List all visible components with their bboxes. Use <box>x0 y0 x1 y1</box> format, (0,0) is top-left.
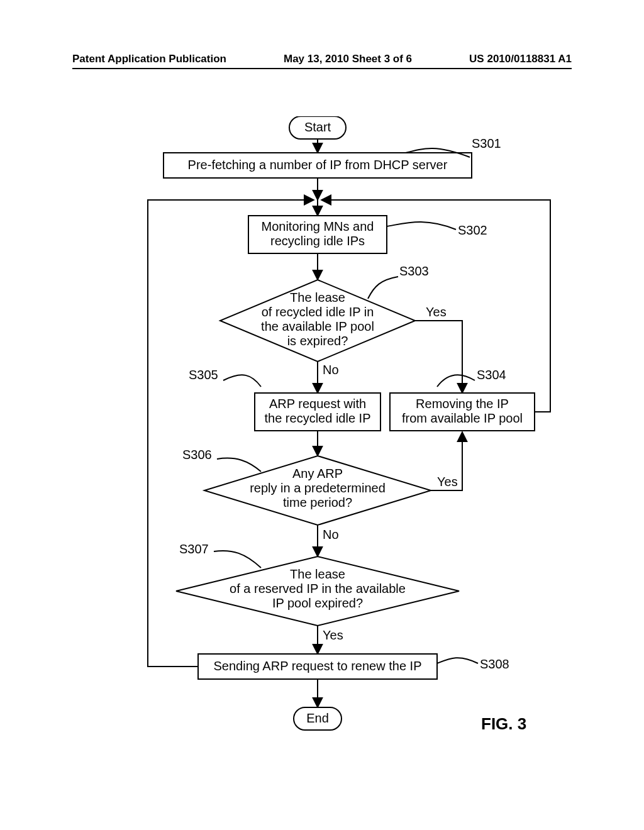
s301-text: Pre-fetching a number of IP from DHCP se… <box>188 158 448 172</box>
s304-ref: S304 <box>477 368 506 382</box>
s305-ref: S305 <box>189 368 218 382</box>
s304-t1: Removing the IP <box>416 397 509 411</box>
s307-t3: IP pool expired? <box>272 596 363 610</box>
end-text: End <box>306 711 329 725</box>
s305-t1: ARP request with <box>269 397 366 411</box>
header-center: May 13, 2010 Sheet 3 of 6 <box>284 53 412 65</box>
s303-t2: of recycled idle IP in <box>262 305 374 319</box>
s306-leader <box>217 458 261 472</box>
s306-t1: Any ARP <box>292 467 343 480</box>
s303-ref: S303 <box>399 264 429 278</box>
s308-ref: S308 <box>480 657 509 671</box>
s302-leader <box>387 222 456 230</box>
s302-text1: Monitoring MNs and <box>262 219 374 233</box>
s303-t3: the available IP pool <box>261 319 374 333</box>
s305-t2: the recycled idle IP <box>265 411 371 425</box>
s308-text: Sending ARP request to renew the IP <box>214 659 422 673</box>
figure-label: FIG. 3 <box>481 714 526 733</box>
s302-text2: recycling idle IPs <box>270 234 365 248</box>
s302-ref: S302 <box>458 223 487 237</box>
s305-leader <box>223 375 261 387</box>
s303-no: No <box>323 363 339 377</box>
s303-yes: Yes <box>426 305 447 319</box>
s308-leader <box>437 658 478 663</box>
s307-yes: Yes <box>323 628 343 642</box>
s306-yes: Yes <box>437 475 458 489</box>
s306-t2: reply in a predetermined <box>250 481 386 495</box>
header-rule <box>72 68 572 69</box>
header-left: Patent Application Publication <box>72 53 226 65</box>
s307-leader <box>214 551 261 568</box>
s304-leader <box>437 375 475 387</box>
s301-ref: S301 <box>472 136 501 150</box>
header-right: US 2010/0118831 A1 <box>469 53 572 65</box>
arrow-s303-yes <box>415 321 462 393</box>
s306-no: No <box>323 528 339 541</box>
s307-t2: of a reserved IP in the available <box>230 582 406 595</box>
s307-t1: The lease <box>290 567 345 581</box>
s306-ref: S306 <box>182 448 212 462</box>
s303-t4: is expired? <box>287 334 348 348</box>
start-text: Start <box>304 120 331 134</box>
s304-t2: from available IP pool <box>402 411 523 425</box>
s303-t1: The lease <box>290 290 345 304</box>
flowchart: Start Pre-fetching a number of IP from D… <box>72 116 572 745</box>
page-header: Patent Application Publication May 13, 2… <box>72 53 572 65</box>
s303-leader <box>368 277 398 299</box>
s307-ref: S307 <box>179 542 209 556</box>
s306-t3: time period? <box>283 495 352 509</box>
